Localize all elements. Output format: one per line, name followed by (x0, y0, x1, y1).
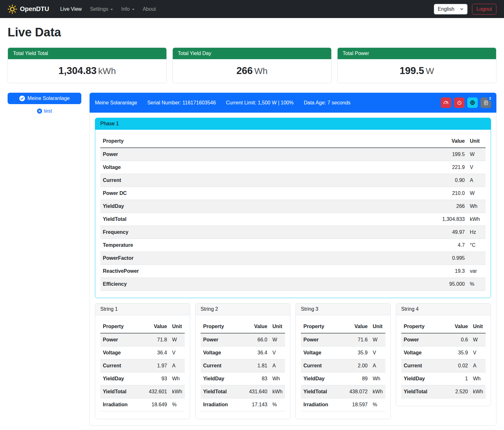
inverter-panel: Meine Solaranlage Serial Number: 1161716… (90, 93, 496, 426)
inverter-name: Meine Solaranlage (95, 100, 137, 106)
property-unit: Hz (467, 226, 486, 239)
table-row: Irradiation 18.649 % (100, 398, 185, 411)
string-card-1: String 1 Property Value Unit (95, 303, 190, 419)
summary-value: 199.5 (400, 65, 424, 76)
table-row: Efficiency 95.000 % (100, 278, 486, 291)
nav-item-settings[interactable]: Settings (86, 4, 117, 15)
power-button[interactable] (454, 97, 464, 108)
property-unit: A (467, 174, 486, 187)
property-unit: kWh (467, 213, 486, 226)
property-unit: °C (467, 239, 486, 252)
property-unit: W (470, 333, 486, 346)
inverter-name-label: test (44, 108, 52, 114)
table-header-row: Property Value Unit (100, 135, 486, 148)
property-name: Voltage (100, 346, 139, 359)
logout-button[interactable]: Logout (472, 4, 496, 15)
table-row: YieldDay 266 Wh (100, 200, 486, 213)
summary-value: 266 (236, 65, 253, 76)
property-value: 2.00 (340, 359, 370, 372)
table-row: Current 0.90 A (100, 174, 486, 187)
string-card-header: String 4 (396, 303, 491, 315)
table-row: YieldDay 89 Wh (301, 372, 385, 385)
check-circle-icon (19, 96, 25, 101)
property-value: 18.597 (340, 398, 370, 411)
property-unit: W (467, 148, 486, 161)
property-name: Current (401, 359, 440, 372)
property-unit: V (370, 346, 385, 359)
device-info-button[interactable] (467, 97, 478, 108)
page-title: Live Data (8, 26, 496, 39)
table-row: Power 71.6 W (301, 333, 385, 346)
column-property: Property (100, 320, 139, 333)
main-content: Live Data Total Yield Total 1,304.83kWh … (0, 18, 504, 430)
limit-settings-button[interactable] (441, 97, 451, 108)
table-header-row: Property Value Unit (100, 320, 185, 333)
table-row: Power 0.6 W (401, 333, 486, 346)
property-name: PowerFactor (100, 252, 417, 265)
column-unit: Unit (270, 320, 285, 333)
property-unit: % (270, 398, 285, 411)
property-name: YieldTotal (201, 385, 240, 398)
table-row: Power 66.0 W (201, 333, 285, 346)
inverter-select-test[interactable]: test (8, 108, 81, 114)
column-value: Value (340, 320, 370, 333)
property-name: YieldTotal (100, 385, 139, 398)
nav-item-live-view[interactable]: Live View (56, 4, 86, 15)
table-row: YieldTotal 431.640 kWh (201, 385, 285, 398)
summary-card-title: Total Power (338, 48, 496, 59)
property-value: 1,304.833 (417, 213, 467, 226)
table-row: YieldDay 1 Wh (401, 372, 486, 385)
table-row: YieldDay 83 Wh (201, 372, 285, 385)
brand-label: OpenDTU (20, 5, 49, 13)
property-value: 66.0 (240, 333, 270, 346)
property-name: Power (201, 333, 240, 346)
property-value: 49.97 (417, 226, 467, 239)
navbar-right: English Logout (434, 4, 496, 15)
column-unit: Unit (470, 320, 486, 333)
content-row: Meine Solaranlage test Meine Solaranlage… (8, 93, 496, 426)
string-card-body: Property Value Unit Power 71.6 (296, 315, 390, 419)
gauge-icon (443, 100, 449, 105)
nav-item-about[interactable]: About (139, 4, 160, 15)
event-log-button[interactable]: 2 (481, 97, 491, 108)
property-unit: kWh (170, 385, 185, 398)
table-row: YieldTotal 2.520 kWh (401, 385, 486, 398)
table-row: Current 2.00 A (301, 359, 385, 372)
phase-card-body: Property Value Unit Power 199.5 (95, 130, 491, 298)
property-name: YieldDay (100, 200, 417, 213)
language-select[interactable]: English (434, 4, 468, 15)
property-value: 431.640 (240, 385, 270, 398)
property-value: 1.81 (240, 359, 270, 372)
string-card-body: Property Value Unit Power 66.0 (196, 315, 290, 419)
string-card-body: Property Value Unit Power 0.6 (396, 315, 491, 406)
inverter-list: Meine Solaranlage test (8, 93, 81, 114)
nav-item-info[interactable]: Info (117, 4, 139, 15)
power-icon (457, 100, 462, 105)
column-unit: Unit (467, 135, 486, 148)
table-header-row: Property Value Unit (301, 320, 385, 333)
table-row: ReactivePower 19.3 var (100, 265, 486, 278)
table-row: Current 0.02 A (401, 359, 486, 372)
inverter-serial: Serial Number: 116171603546 (147, 100, 216, 106)
inverter-select-active-button[interactable]: Meine Solaranlage (8, 93, 81, 104)
string-card-3: String 3 Property Value Unit (296, 303, 391, 419)
brand[interactable]: OpenDTU (8, 4, 49, 14)
property-value: 0.90 (417, 174, 467, 187)
inverter-data-age: Data Age: 7 seconds (304, 100, 351, 106)
property-unit: A (470, 359, 486, 372)
string-table: Property Value Unit Power 71.8 (100, 320, 185, 411)
table-row: Voltage 36.4 V (201, 346, 285, 359)
property-name: YieldDay (301, 372, 340, 385)
string-table: Property Value Unit Power 0.6 (401, 320, 486, 398)
phase-table: Property Value Unit Power 199.5 (100, 135, 486, 291)
property-unit: A (170, 359, 185, 372)
summary-card-body: 266Wh (173, 59, 331, 83)
property-value: 35.9 (440, 346, 470, 359)
property-value: 89 (340, 372, 370, 385)
summary-card-body: 1,304.83kWh (8, 59, 166, 83)
summary-card: Total Power 199.5W (337, 47, 496, 83)
string-card-body: Property Value Unit Power 71.8 (95, 315, 190, 419)
inverter-limit: Current Limit: 1,500 W | 100% (226, 100, 294, 106)
navbar: OpenDTU Live View Settings Info About En… (0, 0, 504, 18)
property-value: 93 (139, 372, 170, 385)
